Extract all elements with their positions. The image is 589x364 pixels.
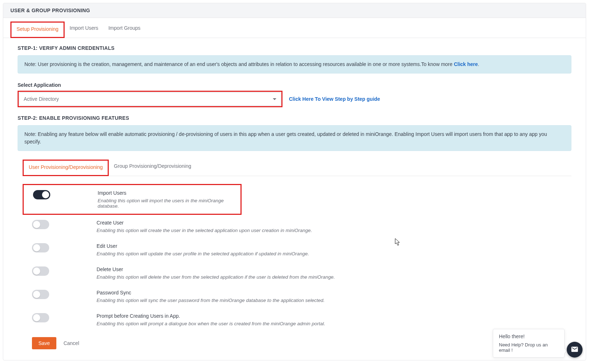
- select-application-label: Select Application: [18, 82, 571, 88]
- step1-note-link[interactable]: Click here: [454, 61, 478, 67]
- feature-toggle[interactable]: [32, 290, 49, 299]
- feature-description: Enabling this option will create the use…: [97, 228, 312, 233]
- feature-toggle[interactable]: [32, 243, 49, 252]
- highlight-box: User Provisioning/Deprovisioning: [23, 160, 109, 176]
- tab-import-groups[interactable]: Import Groups: [103, 22, 145, 38]
- feature-row: Prompt before Creating Users in App.Enab…: [32, 308, 571, 331]
- step1-heading: STEP-1: VERIFY ADMIN CREDENTIALS: [18, 45, 571, 51]
- select-application-value: Active Directory: [24, 96, 59, 102]
- feature-title: Create User: [97, 220, 312, 226]
- highlight-box: Setup Provisioning: [10, 22, 65, 38]
- feature-description: Enabling this option will delete the use…: [97, 274, 335, 280]
- feature-toggle[interactable]: [32, 220, 49, 229]
- step1-note: Note: User provisioning is the creation,…: [18, 55, 571, 74]
- chevron-down-icon: [273, 98, 276, 100]
- subtab-group-provisioning[interactable]: Group Provisioning/Deprovisioning: [109, 160, 196, 176]
- feature-list: Import UsersEnabling this option will im…: [32, 184, 571, 331]
- step2-heading: STEP-2: ENABLE PROVISIONING FEATURES: [18, 115, 571, 121]
- feature-title: Delete User: [97, 266, 335, 272]
- feature-description: Enabling this option will update the use…: [97, 251, 309, 256]
- feature-toggle[interactable]: [33, 190, 50, 199]
- provisioning-subtabs: User Provisioning/Deprovisioning Group P…: [23, 160, 571, 176]
- panel-header: USER & GROUP PROVISIONING: [3, 3, 586, 18]
- feature-row: Import UsersEnabling this option will im…: [23, 184, 242, 215]
- save-button[interactable]: Save: [32, 337, 56, 349]
- feature-title: Edit User: [97, 243, 309, 249]
- page-title: USER & GROUP PROVISIONING: [10, 8, 579, 13]
- tab-import-users[interactable]: Import Users: [65, 22, 103, 38]
- feature-title: Prompt before Creating Users in App.: [97, 313, 325, 319]
- step2-note: Note: Enabling any feature below will en…: [18, 125, 571, 151]
- feature-title: Import Users: [98, 190, 240, 196]
- feature-row: Password SyncEnabling this option will s…: [32, 285, 571, 308]
- highlight-box: Active Directory: [18, 91, 282, 107]
- feature-row: Create UserEnabling this option will cre…: [32, 215, 571, 238]
- feature-toggle[interactable]: [32, 313, 49, 322]
- feature-title: Password Sync: [97, 290, 325, 296]
- mail-icon: [571, 345, 579, 354]
- help-fab-button[interactable]: [567, 342, 583, 358]
- help-tooltip: Hello there! Need Help? Drop us an email…: [493, 329, 565, 358]
- main-tabs: Setup Provisioning Import Users Import G…: [3, 18, 586, 38]
- subtab-user-provisioning[interactable]: User Provisioning/Deprovisioning: [24, 161, 108, 175]
- feature-row: Edit UserEnabling this option will updat…: [32, 238, 571, 261]
- feature-description: Enabling this option will prompt a dialo…: [97, 321, 325, 326]
- help-line1: Hello there!: [499, 334, 558, 339]
- feature-toggle[interactable]: [32, 266, 49, 276]
- feature-description: Enabling this option will import the use…: [98, 198, 240, 209]
- tab-setup-provisioning[interactable]: Setup Provisioning: [11, 23, 64, 37]
- feature-row: Delete UserEnabling this option will del…: [32, 261, 571, 285]
- cancel-button[interactable]: Cancel: [64, 340, 79, 346]
- help-line2: Need Help? Drop us an email !: [499, 342, 558, 353]
- select-application-dropdown[interactable]: Active Directory: [19, 92, 281, 106]
- step-by-step-guide-link[interactable]: Click Here To View Step by Step guide: [289, 96, 380, 102]
- step1-note-text: Note: User provisioning is the creation,…: [24, 61, 454, 67]
- feature-description: Enabling this option will sync the user …: [97, 298, 325, 303]
